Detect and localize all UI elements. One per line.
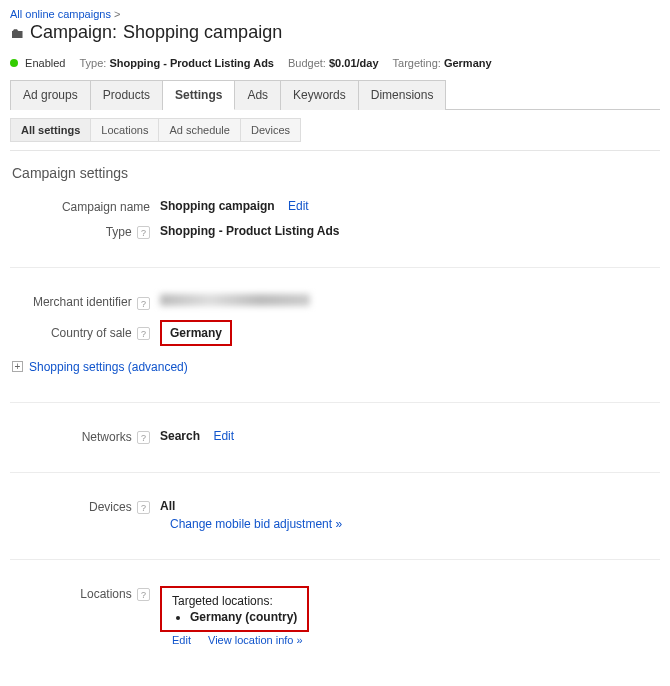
help-icon[interactable]: ? xyxy=(137,226,150,239)
view-location-info[interactable]: View location info » xyxy=(208,634,303,646)
row-merchant: Merchant identifier ? xyxy=(10,294,660,309)
row-devices: Devices ? All Change mobile bid adjustme… xyxy=(10,499,660,531)
chevron-right-icon: > xyxy=(114,8,120,20)
subtab-ad-schedule[interactable]: Ad schedule xyxy=(159,118,241,142)
value-type: Shopping - Product Listing Ads xyxy=(160,224,340,238)
row-locations: Locations ? Targeted locations: Germany … xyxy=(10,586,660,646)
subtab-all-settings[interactable]: All settings xyxy=(10,118,91,142)
highlight-box: Targeted locations: Germany (country) xyxy=(160,586,309,632)
row-campaign-name: Campaign name Shopping campaign Edit xyxy=(10,199,660,214)
value-devices: All Change mobile bid adjustment » xyxy=(160,499,342,531)
edit-campaign-name[interactable]: Edit xyxy=(288,199,309,213)
folder-icon: 🖿 xyxy=(10,25,24,41)
tab-settings[interactable]: Settings xyxy=(163,80,235,110)
help-icon[interactable]: ? xyxy=(137,327,150,340)
help-icon[interactable]: ? xyxy=(137,297,150,310)
subtab-devices[interactable]: Devices xyxy=(241,118,301,142)
tab-ads[interactable]: Ads xyxy=(235,80,281,110)
status-targeting: Targeting: Germany xyxy=(393,57,492,69)
row-networks: Networks ? Search Edit xyxy=(10,429,660,444)
help-icon[interactable]: ? xyxy=(137,431,150,444)
status-enabled: Enabled xyxy=(10,57,65,69)
status-dot-icon xyxy=(10,59,18,67)
page-title-row: 🖿 Campaign: Shopping campaign xyxy=(10,22,660,43)
divider xyxy=(10,402,660,403)
tab-keywords[interactable]: Keywords xyxy=(281,80,359,110)
targeted-locations-heading: Targeted locations: xyxy=(172,594,297,608)
help-icon[interactable]: ? xyxy=(137,501,150,514)
subtab-locations[interactable]: Locations xyxy=(91,118,159,142)
label-devices: Devices ? xyxy=(10,499,160,514)
section-title: Campaign settings xyxy=(12,165,660,181)
sub-tabs: All settings Locations Ad schedule Devic… xyxy=(10,118,660,142)
breadcrumb: All online campaigns > xyxy=(10,8,660,20)
label-type: Type ? xyxy=(10,224,160,239)
page-title-prefix: Campaign: xyxy=(30,22,117,43)
tab-ad-groups[interactable]: Ad groups xyxy=(10,80,91,110)
page-title-name: Shopping campaign xyxy=(123,22,282,43)
main-tabs: Ad groups Products Settings Ads Keywords… xyxy=(10,79,660,110)
breadcrumb-parent[interactable]: All online campaigns xyxy=(10,8,111,20)
change-mobile-bid-link[interactable]: Change mobile bid adjustment » xyxy=(170,517,342,531)
label-networks: Networks ? xyxy=(10,429,160,444)
edit-locations[interactable]: Edit xyxy=(172,634,191,646)
shopping-advanced-link[interactable]: Shopping settings (advanced) xyxy=(29,360,188,374)
status-text: Enabled xyxy=(25,57,65,69)
status-row: Enabled Type: Shopping - Product Listing… xyxy=(10,57,660,69)
location-links: Edit View location info » xyxy=(160,634,309,646)
value-locations: Targeted locations: Germany (country) Ed… xyxy=(160,586,309,646)
value-merchant xyxy=(160,294,310,309)
row-shopping-advanced[interactable]: + Shopping settings (advanced) xyxy=(12,360,660,374)
status-type: Type: Shopping - Product Listing Ads xyxy=(79,57,274,69)
status-budget: Budget: $0.01/day xyxy=(288,57,379,69)
help-icon[interactable]: ? xyxy=(137,588,150,601)
highlight-box: Germany xyxy=(160,320,232,346)
divider xyxy=(10,559,660,560)
label-locations: Locations ? xyxy=(10,586,160,601)
divider xyxy=(10,267,660,268)
plus-icon: + xyxy=(12,361,23,372)
tab-dimensions[interactable]: Dimensions xyxy=(359,80,447,110)
divider xyxy=(10,472,660,473)
edit-networks[interactable]: Edit xyxy=(213,429,234,443)
divider xyxy=(10,150,660,151)
value-campaign-name: Shopping campaign Edit xyxy=(160,199,309,213)
label-merchant: Merchant identifier ? xyxy=(10,294,160,309)
targeted-location-item: Germany (country) xyxy=(190,610,297,624)
value-networks: Search Edit xyxy=(160,429,234,443)
blurred-merchant-id xyxy=(160,294,310,306)
row-country-of-sale: Country of sale ? Germany xyxy=(10,320,660,346)
tab-products[interactable]: Products xyxy=(91,80,163,110)
label-country-of-sale: Country of sale ? xyxy=(10,325,160,340)
row-type: Type ? Shopping - Product Listing Ads xyxy=(10,224,660,239)
label-campaign-name: Campaign name xyxy=(10,199,160,214)
value-country-of-sale: Germany xyxy=(160,320,232,346)
